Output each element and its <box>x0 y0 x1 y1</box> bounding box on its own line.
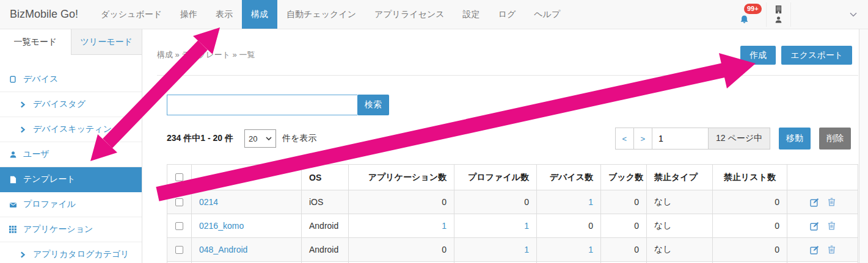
template-link[interactable]: 048_Android <box>199 245 247 254</box>
trash-icon[interactable] <box>828 222 836 230</box>
notification-badge: 99+ <box>744 4 762 14</box>
edit-icon[interactable] <box>810 198 819 207</box>
col-device-count: デバイス数 <box>537 165 601 190</box>
sidebar-item-devices[interactable]: デバイス <box>0 67 142 92</box>
sidebar-item-applications[interactable]: アプリケーション <box>0 217 142 242</box>
row-checkbox[interactable] <box>175 246 183 254</box>
sidebar-item-label: アプリカタログカテゴリ <box>33 249 129 260</box>
cell-os: Android <box>302 238 349 262</box>
main-content: 構成 » テンプレート » 一覧 作成 エクスポート 検索 234 件中1 - … <box>142 29 868 263</box>
edit-icon[interactable] <box>810 222 819 231</box>
nav-operation[interactable]: 操作 <box>171 0 206 29</box>
col-profile-count: プロファイル数 <box>454 165 537 190</box>
create-button[interactable]: 作成 <box>740 46 776 65</box>
total-pages-label: 12 ページ中 <box>708 128 770 150</box>
user-icon <box>9 151 17 159</box>
page-size-suffix: 件を表示 <box>282 133 316 144</box>
result-count: 234 件中1 - 20 件 <box>167 133 233 144</box>
next-page-button[interactable]: > <box>633 128 652 150</box>
nav-dashboard[interactable]: ダッシュボード <box>92 0 171 29</box>
select-chevron-down-icon <box>266 137 272 140</box>
cell-ban-type: なし <box>647 238 713 262</box>
nav-configuration[interactable]: 構成 <box>242 0 277 29</box>
cell-device-count[interactable]: 1 <box>537 238 601 262</box>
page-actions: 作成 エクスポート <box>740 46 852 65</box>
sidebar-spacer <box>0 55 142 67</box>
sidebar-item-profiles[interactable]: プロファイル <box>0 192 142 217</box>
nav-view[interactable]: 表示 <box>206 0 242 29</box>
chevron-down-icon[interactable] <box>850 12 857 17</box>
cell-ban-type: なし <box>647 190 713 214</box>
export-button[interactable]: エクスポート <box>781 46 852 65</box>
cell-profile-count[interactable]: 1 <box>454 238 537 262</box>
page-size-value: 20 <box>249 134 257 143</box>
account-menu[interactable] <box>766 2 791 27</box>
cell-book-count: 0 <box>601 190 647 214</box>
file-icon <box>9 176 17 184</box>
nav-auto-checkin[interactable]: 自動チェックイン <box>277 0 365 29</box>
cell-device-count[interactable]: 1 <box>537 190 601 214</box>
cell-os: Android <box>302 214 349 238</box>
search-group: 検索 <box>167 95 389 115</box>
select-all-checkbox[interactable] <box>175 173 183 181</box>
grid-icon <box>9 226 17 233</box>
nav-log[interactable]: ログ <box>489 0 525 29</box>
sidebar-item-label: デバイスキッティング <box>33 124 120 135</box>
sidebar-item-device-kitting[interactable]: デバイスキッティング <box>0 117 142 142</box>
template-link[interactable]: 0214 <box>199 197 218 207</box>
cell-book-count: 0 <box>601 238 647 262</box>
device-icon <box>9 76 17 83</box>
search-input[interactable] <box>167 95 357 115</box>
delete-button[interactable]: 削除 <box>819 128 851 150</box>
trash-icon[interactable] <box>828 198 836 206</box>
search-button[interactable]: 検索 <box>357 95 389 115</box>
nav-help[interactable]: ヘルプ <box>525 0 569 29</box>
pagination: < > 12 ページ中 移動 削除 <box>615 128 851 150</box>
edit-icon[interactable] <box>810 245 819 254</box>
table-row: 0214 iOS 0 0 1 0 なし 0 <box>167 190 858 214</box>
tab-tree-mode[interactable]: ツリーモード <box>71 29 142 55</box>
trash-icon[interactable] <box>828 245 836 254</box>
row-checkbox[interactable] <box>175 198 183 206</box>
top-navbar: BizMobile Go! ダッシュボード 操作 表示 構成 自動チェックイン … <box>0 0 868 29</box>
cell-profile-count[interactable]: 1 <box>454 214 537 238</box>
sidebar-item-device-tags[interactable]: デバイスタグ <box>0 92 142 117</box>
scrollbar[interactable] <box>859 29 868 263</box>
nav-settings[interactable]: 設定 <box>454 0 489 29</box>
sidebar: 一覧モード ツリーモード デバイス デバイスタグ デバイスキッティング <box>0 29 142 263</box>
prev-page-button[interactable]: < <box>615 128 634 150</box>
cell-app-count: 0 <box>349 190 454 214</box>
col-name <box>192 165 302 190</box>
sidebar-mode-tabs: 一覧モード ツリーモード <box>0 29 142 55</box>
cell-app-count[interactable]: 1 <box>349 214 454 238</box>
cell-device-count: 0 <box>537 214 601 238</box>
chevron-right-icon <box>18 101 27 108</box>
page-number-input[interactable] <box>652 128 709 150</box>
chevron-right-icon <box>18 126 27 133</box>
template-link[interactable]: 0216_komo <box>199 221 244 231</box>
notifications-button[interactable]: 99+ <box>738 2 764 27</box>
topnav-right-group: 99+ <box>738 0 868 29</box>
col-book-count: ブック数 <box>601 165 647 190</box>
profile-icon <box>9 201 17 208</box>
page-size-select[interactable]: 20 <box>244 129 276 148</box>
table-row: 0216_komo Android 1 1 0 0 なし 0 <box>167 214 858 238</box>
table-row: 048_Android Android 0 1 1 0 なし 0 <box>167 238 858 262</box>
col-ban-list-count: 禁止リスト数 <box>713 165 787 190</box>
nav-app-license[interactable]: アプリライセンス <box>365 0 454 29</box>
cell-profile-count: 0 <box>454 190 537 214</box>
go-page-button[interactable]: 移動 <box>779 128 811 150</box>
sidebar-item-label: アプリケーション <box>23 224 93 235</box>
row-checkbox[interactable] <box>175 222 183 230</box>
template-table: OS アプリケーション数 プロファイル数 デバイス数 ブック数 禁止タイプ 禁止… <box>167 164 858 263</box>
sidebar-item-app-catalog-category[interactable]: アプリカタログカテゴリ <box>0 242 142 263</box>
cell-book-count: 0 <box>601 214 647 238</box>
bell-icon <box>739 15 749 25</box>
tab-list-mode[interactable]: 一覧モード <box>0 29 71 55</box>
sidebar-item-templates[interactable]: テンプレート <box>0 167 142 192</box>
cell-ban-list-count: 0 <box>713 190 787 214</box>
col-ban-type: 禁止タイプ <box>647 165 713 190</box>
sidebar-item-users[interactable]: ユーザ <box>0 142 142 167</box>
sidebar-item-label: デバイスタグ <box>33 99 86 110</box>
building-icon <box>775 5 782 14</box>
